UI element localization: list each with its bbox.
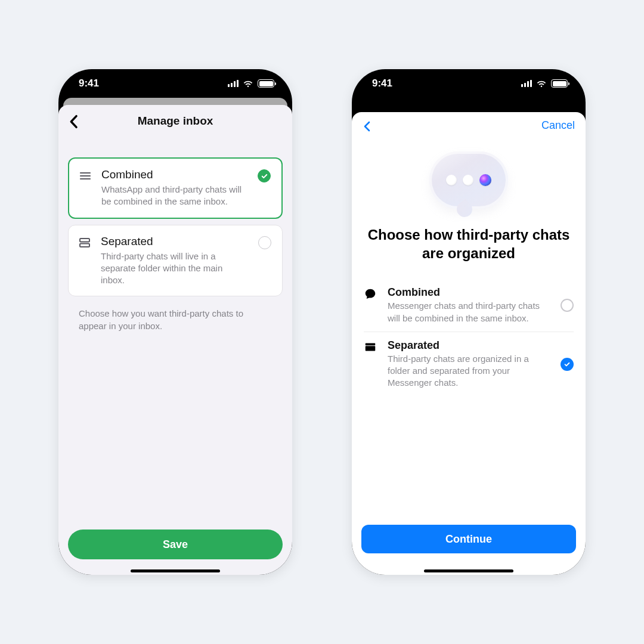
statusbar: 9:41 [58,69,292,98]
help-text: Choose how you want third-party chats to… [68,302,283,337]
svg-rect-3 [80,239,89,242]
navbar: Cancel [352,112,586,141]
wifi-icon [243,79,253,88]
svg-rect-6 [366,346,376,351]
option-description: Third-party chats are organized in a fol… [388,353,550,389]
svg-rect-4 [80,243,89,247]
svg-rect-5 [366,343,376,345]
inbox-option-separated[interactable]: Separated Third-party chats will live in… [68,225,283,297]
cellular-icon [521,80,532,87]
wifi-icon [536,79,547,88]
continue-button[interactable]: Continue [361,525,576,553]
headline: Choose how third-party chats are organiz… [352,225,586,262]
folder-icon [364,340,377,354]
page-title: Manage inbox [138,114,213,128]
phone-whatsapp: 9:41 Manage inbox Combined [58,69,292,575]
battery-icon [258,79,274,88]
back-button[interactable] [360,119,374,134]
navbar: Manage inbox [58,105,292,137]
battery-icon [551,79,568,88]
option-title: Separated [101,235,249,248]
hero-illustration [352,151,586,209]
chat-bubble-icon [429,151,508,209]
modal-sheet: Cancel Choose how third-party chats are … [352,112,586,575]
chat-icon [364,287,377,301]
statusbar: 9:41 [352,69,586,98]
option-title: Combined [388,286,550,299]
home-indicator [424,569,513,572]
radio-selected[interactable] [561,358,574,371]
radio-selected[interactable] [258,169,271,182]
option-title: Combined [101,168,248,181]
inbox-option-combined[interactable]: Combined WhatsApp and third-party chats … [68,157,283,219]
status-time: 9:41 [372,78,392,89]
option-description: WhatsApp and third-party chats will be c… [101,184,248,208]
cancel-button[interactable]: Cancel [541,119,575,132]
save-button[interactable]: Save [68,530,283,559]
radio-unselected[interactable] [561,299,574,312]
option-title: Separated [388,339,550,352]
radio-unselected[interactable] [258,236,271,249]
modal-sheet: Manage inbox Combined WhatsApp and third… [58,105,292,575]
separated-icon [78,236,91,249]
back-button[interactable] [66,113,82,130]
status-time: 9:41 [79,78,99,89]
inbox-option-combined[interactable]: Combined Messenger chats and third-party… [364,279,574,332]
inbox-option-separated[interactable]: Separated Third-party chats are organize… [364,332,574,397]
phone-messenger: 9:41 Cancel Choose how third-party chats… [352,69,586,575]
combined-icon [79,169,92,182]
option-description: Third-party chats will live in a separat… [101,250,249,287]
save-button-label: Save [163,538,188,551]
continue-button-label: Continue [445,533,492,546]
home-indicator [131,569,220,572]
option-description: Messenger chats and third-party chats wi… [388,300,550,324]
cellular-icon [228,80,239,87]
